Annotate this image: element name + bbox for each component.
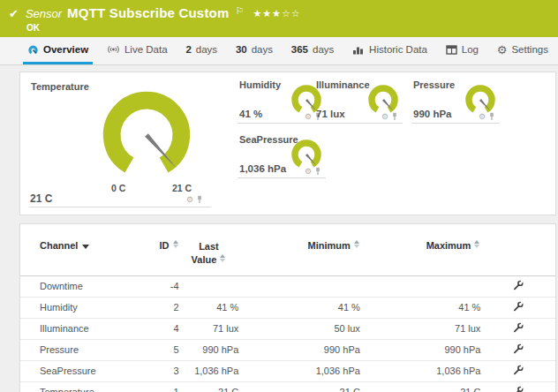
channel-name[interactable]: Downtime: [20, 275, 144, 297]
channel-last-value: 71 lux: [179, 318, 239, 339]
pin-icon[interactable]: [314, 167, 321, 176]
column-header-maximum[interactable]: Maximum: [360, 237, 481, 275]
channel-minimum: 21 C: [238, 381, 360, 392]
channel-maximum: 21 C: [360, 381, 481, 392]
divider: [238, 177, 326, 178]
tab-live-data[interactable]: Live Data: [102, 37, 172, 64]
channel-last-value: 1,036 hPa: [179, 360, 239, 381]
temperature-gauge-icon: [94, 85, 199, 184]
channel-minimum: [238, 275, 360, 297]
status-check-icon: ✔: [9, 7, 19, 20]
channel-id: 5: [144, 339, 179, 360]
tab-settings[interactable]: ⚙ Settings: [493, 37, 553, 64]
channel-last-value: [179, 275, 239, 297]
channel-minimum: 990 hPa: [238, 339, 360, 360]
table-header-row: Channel ID Last Value Minimum Maximum: [20, 237, 555, 275]
divider: [411, 123, 500, 124]
gauge-value: 41 %: [239, 109, 262, 119]
wrench-icon[interactable]: [513, 343, 524, 354]
gauge-label: Temperature: [31, 81, 89, 92]
wrench-icon[interactable]: [513, 301, 524, 312]
bar-chart-icon: [352, 45, 365, 55]
priority-stars[interactable]: ★★★☆☆: [253, 8, 300, 19]
channel-name[interactable]: Humidity: [20, 297, 144, 318]
channel-maximum: 1,036 hPa: [360, 360, 481, 381]
channel-name[interactable]: Temperature: [20, 381, 144, 392]
divider: [314, 123, 403, 124]
pin-icon[interactable]: [391, 112, 398, 121]
sort-icon: [173, 240, 179, 248]
column-header-id[interactable]: ID: [144, 237, 179, 275]
gauge-label: Illuminance: [316, 79, 370, 90]
gauge-cell-illuminance[interactable]: Illuminance 71 lux ⚙: [314, 74, 404, 129]
tab-2-days[interactable]: 2 days: [181, 37, 222, 64]
channel-table: Channel ID Last Value Minimum Maximum: [20, 237, 555, 392]
table-row[interactable]: Downtime -4: [20, 275, 555, 297]
flag-icon[interactable]: ⚐: [236, 5, 245, 17]
column-header-channel[interactable]: Channel: [20, 237, 144, 275]
channel-last-value: 21 C: [179, 381, 239, 392]
log-table-icon: [446, 45, 457, 55]
table-row[interactable]: Pressure 5 990 hPa 990 hPa 990 hPa: [20, 339, 555, 360]
wrench-icon[interactable]: [513, 280, 524, 290]
tab-30-days[interactable]: 30 days: [231, 37, 277, 64]
tab-bar: Overview Live Data 2 days 30 days 365 da…: [0, 37, 558, 65]
channel-last-value: 990 hPa: [179, 339, 239, 360]
table-row[interactable]: Temperature 1 21 C 21 C 21 C: [20, 381, 555, 392]
gauge-scale-min: 0 C: [111, 183, 125, 193]
channel-id: 1: [144, 381, 179, 392]
table-row[interactable]: SeaPressure 3 1,036 hPa 1,036 hPa 1,036 …: [20, 360, 555, 381]
sort-desc-icon: [82, 245, 89, 249]
channel-id: 2: [144, 297, 179, 318]
channel-maximum: 41 %: [360, 297, 481, 318]
tab-overview[interactable]: Overview: [23, 37, 93, 64]
channel-name[interactable]: Pressure: [20, 339, 144, 360]
channel-name[interactable]: Illuminance: [20, 318, 144, 339]
channel-settings-gear-icon[interactable]: ⚙: [305, 168, 312, 176]
channel-id: -4: [144, 275, 179, 297]
wrench-icon[interactable]: [513, 322, 524, 333]
gauge-cell-temperature[interactable]: Temperature 0 C 21 C 21 C ⚙: [20, 72, 219, 214]
column-header-last-value[interactable]: Last Value: [179, 237, 239, 275]
column-header-minimum[interactable]: Minimum: [238, 237, 360, 275]
broadcast-icon: [107, 44, 120, 55]
gauge-scale-max: 21 C: [172, 183, 192, 193]
gauge-label: Humidity: [239, 79, 281, 90]
table-row[interactable]: Humidity 2 41 % 41 % 41 %: [20, 297, 555, 318]
sensor-header-bar: ✔ Sensor MQTT Subscribe Custom ⚐ ★★★☆☆ O…: [0, 0, 558, 37]
gear-icon: ⚙: [497, 44, 508, 56]
channel-settings-gear-icon[interactable]: ⚙: [479, 113, 486, 121]
column-header-actions: [480, 237, 555, 275]
sort-icon: [474, 240, 480, 248]
channel-settings-gear-icon[interactable]: ⚙: [381, 113, 388, 121]
channel-settings-gear-icon[interactable]: ⚙: [186, 196, 193, 204]
pin-icon[interactable]: [196, 195, 203, 204]
channel-name[interactable]: SeaPressure: [20, 360, 144, 381]
pin-icon[interactable]: [488, 112, 495, 121]
wrench-icon[interactable]: [513, 365, 524, 375]
tab-historic-data[interactable]: Historic Data: [348, 37, 432, 64]
gauge-cell-pressure[interactable]: Pressure 990 hPa ⚙: [411, 74, 501, 129]
tab-365-days[interactable]: 365 days: [287, 37, 338, 64]
channel-maximum: 71 lux: [360, 318, 481, 339]
channel-settings-gear-icon[interactable]: ⚙: [305, 113, 312, 121]
wrench-icon[interactable]: [513, 386, 524, 392]
channel-minimum: 41 %: [238, 297, 360, 318]
gauges-panel: Temperature 0 C 21 C 21 C ⚙ Humidity 41 …: [19, 72, 556, 215]
divider: [238, 123, 326, 124]
gauge-value: 1,036 hPa: [239, 163, 286, 174]
status-badge: OK: [26, 23, 40, 33]
channel-minimum: 50 lux: [238, 318, 360, 339]
channel-table-panel: Channel ID Last Value Minimum Maximum: [19, 223, 556, 392]
channel-maximum: 990 hPa: [360, 339, 481, 360]
object-type-label: Sensor: [26, 7, 62, 20]
tab-log[interactable]: Log: [441, 37, 483, 64]
gauge-icon: [27, 44, 39, 56]
table-row[interactable]: Illuminance 4 71 lux 50 lux 71 lux: [20, 318, 555, 339]
sort-icon: [354, 240, 360, 248]
gauge-cell-seapressure[interactable]: SeaPressure 1,036 hPa ⚙: [238, 129, 328, 184]
channel-id: 3: [144, 360, 179, 381]
channel-last-value: 41 %: [179, 297, 239, 318]
divider: [29, 207, 211, 207]
sort-icon: [220, 254, 226, 262]
